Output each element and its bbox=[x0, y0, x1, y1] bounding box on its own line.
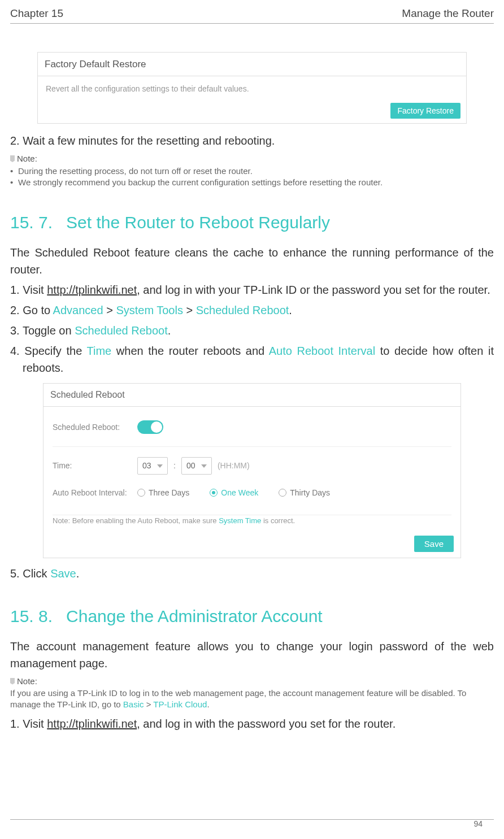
minute-value: 00 bbox=[186, 460, 195, 472]
note-text: is correct. bbox=[261, 516, 295, 525]
text: > bbox=[144, 699, 154, 709]
hour-select[interactable]: 03 bbox=[137, 457, 168, 475]
tplink-url-link[interactable]: http://tplinkwifi.net bbox=[47, 284, 137, 296]
interval-option-thirty-days[interactable]: Thirty Days bbox=[279, 487, 330, 499]
ui-term-basic: Basic bbox=[123, 699, 144, 709]
panel-title: Scheduled Reboot bbox=[44, 384, 460, 407]
hour-value: 03 bbox=[142, 460, 151, 472]
step-3: 3. Toggle on Scheduled Reboot. bbox=[10, 322, 494, 339]
ui-term-system-tools: System Tools bbox=[116, 304, 183, 316]
option-label: Three Days bbox=[149, 488, 189, 497]
note-label: Note: bbox=[10, 153, 494, 166]
page-header: Chapter 15 Manage the Router bbox=[10, 6, 494, 24]
interval-option-three-days[interactable]: Three Days bbox=[137, 487, 189, 499]
panel-note: Note: Before enabling the Auto Reboot, m… bbox=[44, 515, 460, 532]
note-bullet-1: •During the resetting process, do not tu… bbox=[10, 166, 494, 177]
section-number: 15. 8. bbox=[10, 607, 53, 625]
text: , and log in with your TP-Link ID or the… bbox=[137, 284, 490, 296]
radio-icon bbox=[210, 489, 218, 497]
chevron-down-icon bbox=[157, 464, 163, 468]
option-label: Thirty Days bbox=[290, 488, 330, 497]
step-2-nav: 2. Go to Advanced > System Tools > Sched… bbox=[10, 302, 494, 319]
text: 2. Go to bbox=[10, 304, 53, 316]
ui-term-tplink-cloud: TP-Link Cloud bbox=[153, 699, 207, 709]
option-label: One Week bbox=[221, 488, 258, 497]
section-title: Set the Router to Reboot Regularly bbox=[66, 213, 330, 232]
toggle-label: Scheduled Reboot: bbox=[53, 421, 132, 433]
note-text-block: If you are using a TP-Link ID to log in … bbox=[10, 688, 494, 711]
section-15-7-heading: 15. 7.Set the Router to Reboot Regularly bbox=[10, 210, 494, 235]
text: when the router reboots and bbox=[111, 345, 268, 357]
note-text: We strongly recommend you backup the cur… bbox=[18, 177, 383, 187]
text: 4. Specify the bbox=[10, 345, 87, 357]
scheduled-reboot-toggle[interactable] bbox=[137, 420, 163, 434]
time-format-hint: (HH:MM) bbox=[218, 460, 250, 472]
step-4: 4. Specify the Time when the router rebo… bbox=[10, 342, 494, 376]
radio-icon bbox=[279, 489, 286, 497]
text: 1. Visit bbox=[10, 284, 47, 296]
text: . bbox=[76, 567, 80, 580]
footer-rule bbox=[10, 819, 494, 820]
text: > bbox=[103, 304, 116, 316]
text: > bbox=[183, 304, 196, 316]
factory-restore-panel: Factory Default Restore Revert all the c… bbox=[37, 52, 467, 124]
scheduled-reboot-panel: Scheduled Reboot Scheduled Reboot: Time:… bbox=[43, 383, 461, 558]
text: . bbox=[289, 304, 292, 316]
separator bbox=[53, 446, 451, 447]
panel-title: Factory Default Restore bbox=[38, 53, 466, 77]
interval-option-one-week[interactable]: One Week bbox=[210, 487, 258, 499]
note-text: Note: Before enabling the Auto Reboot, m… bbox=[53, 516, 219, 525]
time-colon: : bbox=[173, 460, 176, 472]
text: 5. Click bbox=[10, 567, 50, 580]
minute-select[interactable]: 00 bbox=[181, 457, 212, 475]
ui-term-interval: Auto Reboot Interval bbox=[269, 345, 375, 357]
text: . bbox=[168, 324, 171, 337]
section-intro: The account management feature allows yo… bbox=[10, 638, 494, 672]
chapter-title: Manage the Router bbox=[402, 6, 494, 22]
chapter-label: Chapter 15 bbox=[10, 6, 63, 22]
tplink-url-link[interactable]: http://tplinkwifi.net bbox=[47, 718, 137, 730]
ui-term-time: Time bbox=[87, 345, 112, 357]
step-1: 1. Visit http://tplinkwifi.net, and log … bbox=[10, 281, 494, 298]
note-label: Note: bbox=[10, 675, 494, 688]
ui-term-scheduled-reboot: Scheduled Reboot bbox=[196, 304, 289, 316]
text: , and log in with the password you set f… bbox=[137, 718, 396, 730]
time-label: Time: bbox=[53, 460, 132, 472]
radio-icon bbox=[137, 489, 145, 497]
chevron-down-icon bbox=[201, 464, 207, 468]
section-number: 15. 7. bbox=[10, 213, 53, 232]
text: If you are using a TP-Link ID to log in … bbox=[10, 688, 466, 709]
interval-label: Auto Reboot Interval: bbox=[53, 487, 132, 499]
step-1-b: 1. Visit http://tplinkwifi.net, and log … bbox=[10, 715, 494, 732]
factory-restore-button[interactable]: Factory Restore bbox=[390, 103, 460, 119]
ui-term-advanced: Advanced bbox=[53, 304, 103, 316]
text: 3. Toggle on bbox=[10, 324, 75, 337]
page-number: 94 bbox=[473, 818, 483, 830]
section-15-8-heading: 15. 8.Change the Administrator Account bbox=[10, 603, 494, 629]
ui-term-save: Save bbox=[50, 567, 76, 580]
note-text: During the resetting process, do not tur… bbox=[18, 166, 253, 176]
text: 1. Visit bbox=[10, 718, 47, 730]
system-time-link[interactable]: System Time bbox=[219, 516, 261, 525]
step-2: 2. Wait a few minutes for the resetting … bbox=[10, 132, 494, 149]
save-button[interactable]: Save bbox=[414, 536, 454, 552]
section-intro: The Scheduled Reboot feature cleans the … bbox=[10, 244, 494, 278]
section-title: Change the Administrator Account bbox=[66, 607, 323, 625]
ui-term-scheduled-reboot-2: Scheduled Reboot bbox=[75, 324, 168, 337]
step-5: 5. Click Save. bbox=[10, 565, 494, 582]
text: . bbox=[207, 699, 209, 709]
note-bullet-2: •We strongly recommend you backup the cu… bbox=[10, 177, 494, 188]
panel-desc: Revert all the configuration settings to… bbox=[38, 76, 466, 101]
